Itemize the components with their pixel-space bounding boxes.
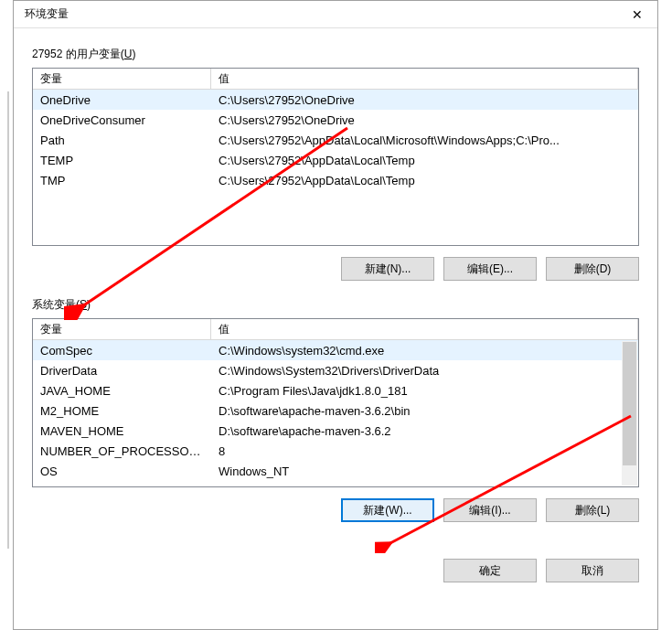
var-name: TMP	[33, 172, 211, 189]
table-row[interactable]: OSWindows_NT	[33, 461, 638, 481]
system-delete-button[interactable]: 删除(L)	[546, 498, 639, 522]
system-new-button[interactable]: 新建(W)...	[341, 498, 434, 522]
table-header: 变量 值	[33, 319, 638, 340]
var-value: D:\software\apache-maven-3.6.2	[211, 422, 638, 440]
system-vars-buttons: 新建(W)... 编辑(I)... 删除(L)	[32, 498, 639, 522]
col-variable[interactable]: 变量	[33, 69, 211, 89]
dialog-title: 环境变量	[25, 6, 69, 22]
table-row[interactable]: TEMPC:\Users\27952\AppData\Local\Temp	[33, 150, 638, 170]
table-row[interactable]: NUMBER_OF_PROCESSORS8	[33, 441, 638, 461]
var-value: C:\Windows\system32\cmd.exe	[211, 342, 638, 359]
col-value[interactable]: 值	[211, 69, 638, 89]
close-icon: ✕	[632, 7, 643, 22]
table-row[interactable]: PathC:\Users\27952\AppData\Local\Microso…	[33, 130, 638, 150]
var-value: 8	[211, 443, 638, 460]
table-row[interactable]: DriverDataC:\Windows\System32\Drivers\Dr…	[33, 360, 638, 380]
scroll-thumb[interactable]	[623, 342, 636, 465]
dialog-buttons: 确定 取消	[14, 531, 657, 596]
table-header: 变量 值	[33, 69, 638, 90]
page-edge-decoration	[0, 91, 9, 549]
col-value[interactable]: 值	[211, 319, 638, 339]
title-bar: 环境变量 ✕	[14, 1, 657, 28]
user-vars-buttons: 新建(N)... 编辑(E)... 删除(D)	[32, 257, 639, 281]
table-row[interactable]: OneDriveC:\Users\27952\OneDrive	[33, 90, 638, 110]
var-value: C:\Users\27952\OneDrive	[211, 91, 638, 109]
var-name: ComSpec	[33, 342, 211, 359]
user-vars-body: OneDriveC:\Users\27952\OneDriveOneDriveC…	[33, 90, 638, 245]
table-row[interactable]: ComSpecC:\Windows\system32\cmd.exe	[33, 340, 638, 360]
var-value: D:\software\apache-maven-3.6.2\bin	[211, 402, 638, 420]
table-row[interactable]: OneDriveConsumerC:\Users\27952\OneDrive	[33, 110, 638, 130]
scrollbar[interactable]	[622, 341, 637, 486]
system-vars-table[interactable]: 变量 值 ComSpecC:\Windows\system32\cmd.exeD…	[32, 318, 639, 487]
table-row[interactable]: M2_HOMED:\software\apache-maven-3.6.2\bi…	[33, 400, 638, 421]
user-delete-button[interactable]: 删除(D)	[546, 257, 639, 281]
var-name: M2_HOME	[33, 402, 211, 420]
var-value: C:\Users\27952\AppData\Local\Microsoft\W…	[211, 132, 638, 149]
cancel-button[interactable]: 取消	[546, 559, 639, 582]
system-vars-label: 系统变量(S)	[32, 297, 639, 313]
system-edit-button[interactable]: 编辑(I)...	[443, 498, 537, 522]
table-row[interactable]: JAVA_HOMEC:\Program Files\Java\jdk1.8.0_…	[33, 380, 638, 400]
var-name: JAVA_HOME	[33, 382, 211, 400]
var-value: C:\Users\27952\AppData\Local\Temp	[211, 172, 638, 189]
user-new-button[interactable]: 新建(N)...	[341, 257, 434, 281]
var-value: C:\Users\27952\AppData\Local\Temp	[211, 152, 638, 169]
var-name: TEMP	[33, 152, 211, 169]
var-name: MAVEN_HOME	[33, 422, 211, 440]
col-variable[interactable]: 变量	[33, 319, 211, 339]
var-value: C:\Program Files\Java\jdk1.8.0_181	[211, 382, 638, 400]
user-edit-button[interactable]: 编辑(E)...	[443, 257, 537, 281]
user-vars-table[interactable]: 变量 值 OneDriveC:\Users\27952\OneDriveOneD…	[32, 68, 639, 246]
table-row[interactable]: TMPC:\Users\27952\AppData\Local\Temp	[33, 170, 638, 190]
user-vars-label: 27952 的用户变量(U)	[32, 47, 639, 62]
table-row[interactable]: MAVEN_HOMED:\software\apache-maven-3.6.2	[33, 421, 638, 441]
var-name: OneDrive	[33, 91, 211, 109]
system-vars-body: ComSpecC:\Windows\system32\cmd.exeDriver…	[33, 340, 638, 486]
ok-button[interactable]: 确定	[443, 559, 537, 582]
var-value: Windows_NT	[211, 463, 638, 480]
var-name: NUMBER_OF_PROCESSORS	[33, 443, 211, 460]
dialog-content: 27952 的用户变量(U) 变量 值 OneDriveC:\Users\279…	[14, 28, 657, 531]
close-button[interactable]: ✕	[616, 1, 657, 27]
var-name: OS	[33, 463, 211, 480]
var-value: C:\Users\27952\OneDrive	[211, 112, 638, 129]
env-var-dialog: 环境变量 ✕ 27952 的用户变量(U) 变量 值 OneDriveC:\Us…	[13, 0, 658, 630]
var-name: OneDriveConsumer	[33, 112, 211, 129]
var-name: DriverData	[33, 362, 211, 379]
var-value: C:\Windows\System32\Drivers\DriverData	[211, 362, 638, 379]
var-name: Path	[33, 132, 211, 149]
